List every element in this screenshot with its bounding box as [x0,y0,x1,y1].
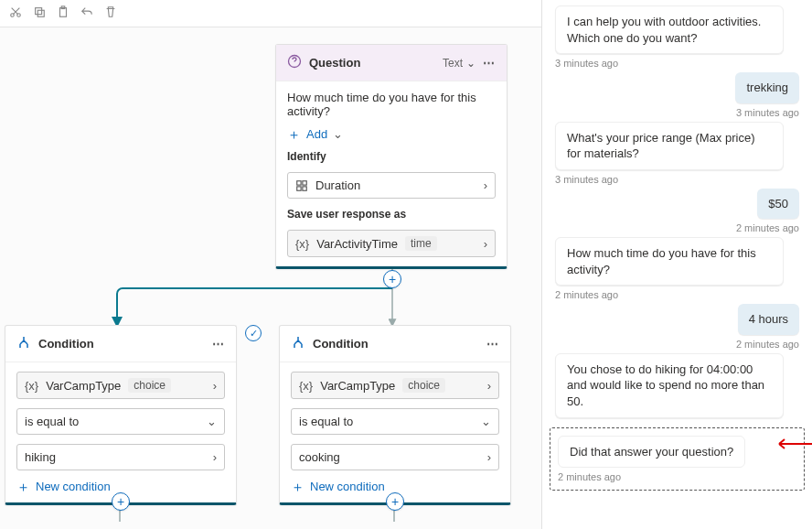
svg-rect-3 [37,10,44,16]
question-header: Question Text⌄ ⋯ [276,45,507,81]
svg-rect-7 [297,180,301,184]
question-node[interactable]: Question Text⌄ ⋯ How much time do you ha… [275,44,508,269]
question-prompt: How much time do you have for this activ… [287,91,496,118]
new-condition-button[interactable]: ＋New condition [16,480,225,493]
variable-field[interactable]: {x}VarCampTypechoice › [291,372,499,399]
entity-icon [295,179,308,192]
timestamp: 3 minutes ago [555,174,618,185]
authoring-canvas[interactable]: Question Text⌄ ⋯ How much time do you ha… [0,0,542,529]
timestamp: 2 minutes ago [558,471,796,482]
add-button[interactable]: ＋Add⌄ [287,127,496,141]
chevron-right-icon: › [213,450,217,464]
svg-rect-9 [297,186,301,189]
save-label: Save user response as [287,208,496,221]
chevron-right-icon: › [487,450,491,464]
timestamp: 3 minutes ago [555,58,618,69]
delete-icon[interactable] [104,5,117,21]
bot-message: Did that answer your question? [558,436,745,469]
plus-icon: ＋ [287,127,301,141]
chevron-right-icon: › [213,379,217,393]
chevron-right-icon: › [484,178,487,192]
valid-badge: ✓ [245,325,262,341]
plus-icon: ＋ [291,480,304,493]
chevron-right-icon: › [487,379,491,393]
condition-title: Condition [38,337,205,351]
timestamp: 2 minutes ago [555,289,618,300]
timestamp: 3 minutes ago [736,107,799,118]
canvas-toolbar [0,0,541,27]
condition-node-right[interactable]: Condition ⋯ {x}VarCampTypechoice › is eq… [279,325,511,505]
svg-rect-8 [303,180,306,184]
more-icon[interactable]: ⋯ [212,337,225,351]
type-chip: choice [128,378,171,393]
question-title: Question [309,56,435,70]
user-message: 4 hours [738,304,799,335]
svg-rect-4 [60,8,67,17]
chat-panel: I can help you with outdoor activities. … [542,0,812,529]
bot-message: You chose to do hiking for 04:00:00 and … [555,353,784,418]
add-node-button[interactable]: + [112,492,130,511]
add-node-button[interactable]: + [386,492,404,511]
identify-label: Identify [287,150,496,163]
add-node-button[interactable]: + [383,270,401,288]
chevron-down-icon: ⌄ [481,415,491,428]
condition-node-left[interactable]: Condition ⋯ {x}VarCampTypechoice › is eq… [5,325,237,505]
variable-icon: {x} [25,379,38,393]
bot-message: What's your price range (Max price) for … [555,122,784,170]
user-message: $50 [757,189,799,220]
operator-field[interactable]: is equal to⌄ [16,408,225,435]
value-field[interactable]: cooking› [291,444,499,470]
copy-icon[interactable] [33,5,46,21]
more-icon[interactable]: ⋯ [486,337,499,351]
question-type[interactable]: Text⌄ [443,57,475,70]
variable-field[interactable]: {x}VarActivityTimetime › [287,230,496,257]
variable-field[interactable]: {x}VarCampTypechoice › [16,372,225,399]
chevron-down-icon: ⌄ [333,127,343,141]
timestamp: 2 minutes ago [736,339,799,350]
followup-box: Did that answer your question? 2 minutes… [550,427,805,491]
identify-field[interactable]: Duration › [287,172,496,199]
type-chip: time [405,236,437,251]
branch-icon [16,335,31,352]
more-icon[interactable]: ⋯ [483,56,496,70]
question-icon [287,54,302,71]
timestamp: 2 minutes ago [736,222,799,233]
new-condition-button[interactable]: ＋New condition [291,480,499,493]
condition-title: Condition [313,337,479,351]
undo-icon[interactable] [80,5,93,21]
bot-message: I can help you with outdoor activities. … [555,5,784,54]
bot-message: How much time do you have for this activ… [555,237,784,286]
chevron-down-icon: ⌄ [466,57,475,70]
paste-icon[interactable] [57,5,69,21]
type-chip: choice [402,378,445,393]
variable-icon: {x} [295,237,309,251]
condition-header: Condition ⋯ [280,326,510,362]
plus-icon: ＋ [16,480,30,493]
chevron-right-icon: › [484,237,487,251]
operator-field[interactable]: is equal to⌄ [291,408,499,435]
value-field[interactable]: hiking› [16,444,225,470]
svg-rect-2 [36,8,42,15]
branch-icon [291,335,305,352]
condition-header: Condition ⋯ [5,326,236,362]
svg-rect-10 [303,186,306,189]
callout-arrow-icon [774,437,812,451]
cut-icon[interactable] [9,5,22,21]
variable-icon: {x} [299,379,313,393]
user-message: trekking [735,72,799,103]
chevron-down-icon: ⌄ [207,415,217,428]
